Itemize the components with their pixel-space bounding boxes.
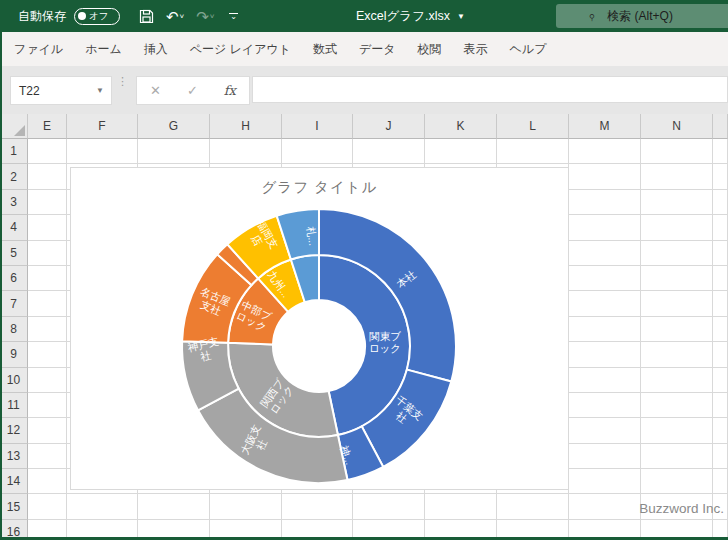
search-box[interactable]: ⌕ 検索 (Alt+Q) [556, 4, 728, 28]
column-header-K[interactable]: K [425, 114, 497, 139]
sheet-cell[interactable] [569, 494, 641, 519]
sheet-cell[interactable] [138, 139, 210, 164]
row-header-9[interactable]: 9 [0, 342, 28, 367]
row-header-14[interactable]: 14 [0, 469, 28, 494]
sheet-cell[interactable] [569, 215, 641, 240]
sheet-cell[interactable] [713, 291, 728, 316]
sheet-cell[interactable] [569, 342, 641, 367]
row-header-1[interactable]: 1 [0, 139, 28, 164]
column-header-G[interactable]: G [138, 114, 210, 139]
column-header-M[interactable]: M [569, 114, 641, 139]
sheet-cell[interactable] [713, 317, 728, 342]
sheet-cell[interactable] [569, 317, 641, 342]
sheet-cell[interactable] [28, 444, 67, 469]
row-header-5[interactable]: 5 [0, 241, 28, 266]
column-header-H[interactable]: H [210, 114, 282, 139]
select-all-corner[interactable] [0, 114, 28, 139]
column-header-E[interactable]: E [28, 114, 67, 139]
insert-function-icon[interactable]: fx [224, 83, 236, 98]
sheet-cell[interactable] [569, 291, 641, 316]
sheet-cell[interactable] [641, 342, 713, 367]
sheet-cell[interactable] [641, 291, 713, 316]
sheet-cell[interactable] [569, 139, 641, 164]
row-header-11[interactable]: 11 [0, 393, 28, 418]
sheet-cell[interactable] [353, 494, 425, 519]
sheet-cell[interactable] [641, 266, 713, 291]
sheet-cell[interactable] [641, 190, 713, 215]
customize-qat-button[interactable]: ⌄ [222, 4, 246, 28]
sheet-cell[interactable] [569, 368, 641, 393]
sheet-cell[interactable] [713, 368, 728, 393]
column-header-N[interactable]: N [641, 114, 713, 139]
sheet-cell[interactable] [425, 494, 497, 519]
sheet-cell[interactable] [28, 139, 67, 164]
sheet-cell[interactable] [282, 494, 353, 519]
sheet-cell[interactable] [210, 494, 282, 519]
sheet-cell[interactable] [138, 494, 210, 519]
row-header-10[interactable]: 10 [0, 368, 28, 393]
sheet-cell[interactable] [28, 342, 67, 367]
sheet-cell[interactable] [28, 393, 67, 418]
ribbon-tab-4[interactable]: 数式 [302, 32, 348, 66]
column-header-I[interactable]: I [282, 114, 353, 139]
ribbon-tab-file[interactable]: ファイル [3, 32, 74, 66]
ribbon-tab-1[interactable]: ホーム [74, 32, 133, 66]
cancel-icon[interactable]: ✕ [150, 83, 161, 98]
sheet-cell[interactable] [569, 241, 641, 266]
sheet-cell[interactable] [28, 494, 67, 519]
sheet-cell[interactable] [497, 139, 569, 164]
sheet-cell[interactable] [641, 444, 713, 469]
column-header-J[interactable]: J [353, 114, 425, 139]
row-header-2[interactable]: 2 [0, 164, 28, 189]
sheet-cell[interactable] [641, 164, 713, 189]
ribbon-tab-5[interactable]: データ [348, 32, 407, 66]
row-header-3[interactable]: 3 [0, 190, 28, 215]
sheet-cell[interactable] [641, 368, 713, 393]
column-header-L[interactable]: L [497, 114, 569, 139]
sheet-cell[interactable] [425, 139, 497, 164]
row-header-15[interactable]: 15 [0, 494, 28, 519]
row-header-12[interactable]: 12 [0, 418, 28, 443]
sheet-cell[interactable] [569, 418, 641, 443]
row-header-7[interactable]: 7 [0, 291, 28, 316]
sheet-cell[interactable] [28, 241, 67, 266]
column-header-partial[interactable] [713, 114, 728, 139]
sheet-cell[interactable] [569, 393, 641, 418]
sheet-cell[interactable] [641, 139, 713, 164]
enter-icon[interactable]: ✓ [187, 83, 198, 98]
sheet-cell[interactable] [713, 241, 728, 266]
sheet-cell[interactable] [713, 469, 728, 494]
sheet-cell[interactable] [641, 393, 713, 418]
sheet-cell[interactable] [210, 139, 282, 164]
sheet-cell[interactable] [67, 139, 138, 164]
row-header-8[interactable]: 8 [0, 317, 28, 342]
sheet-cell[interactable] [353, 139, 425, 164]
sheet-cell[interactable] [569, 469, 641, 494]
sheet-cell[interactable] [28, 317, 67, 342]
sheet-cell[interactable] [569, 164, 641, 189]
sheet-cell[interactable] [713, 393, 728, 418]
sheet-cell[interactable] [282, 139, 353, 164]
sheet-cell[interactable] [569, 266, 641, 291]
sheet-cell[interactable] [28, 418, 67, 443]
column-header-F[interactable]: F [67, 114, 138, 139]
sheet-cell[interactable] [28, 266, 67, 291]
sheet-cell[interactable] [713, 139, 728, 164]
sheet-cell[interactable] [641, 418, 713, 443]
save-button[interactable] [134, 4, 159, 28]
autosave-toggle[interactable]: オフ [74, 8, 120, 25]
chart-region[interactable]: グラフ タイトル 関東ブロック本社千葉支社神...大阪支社関西ブロック神戸支社名… [70, 167, 569, 490]
sheet-cell[interactable] [641, 317, 713, 342]
sheet-cell[interactable] [641, 241, 713, 266]
ribbon-tab-3[interactable]: ページ レイアウト [179, 32, 302, 66]
sheet-cell[interactable] [713, 444, 728, 469]
row-header-6[interactable]: 6 [0, 266, 28, 291]
ribbon-tab-7[interactable]: 表示 [453, 32, 499, 66]
redo-button[interactable]: ↷ ˅ [191, 4, 219, 28]
sheet-cell[interactable] [713, 342, 728, 367]
sheet-cell[interactable] [713, 190, 728, 215]
sheet-cell[interactable] [713, 215, 728, 240]
sheet-cell[interactable] [28, 190, 67, 215]
sheet-cell[interactable] [497, 494, 569, 519]
sheet-cell[interactable] [28, 469, 67, 494]
